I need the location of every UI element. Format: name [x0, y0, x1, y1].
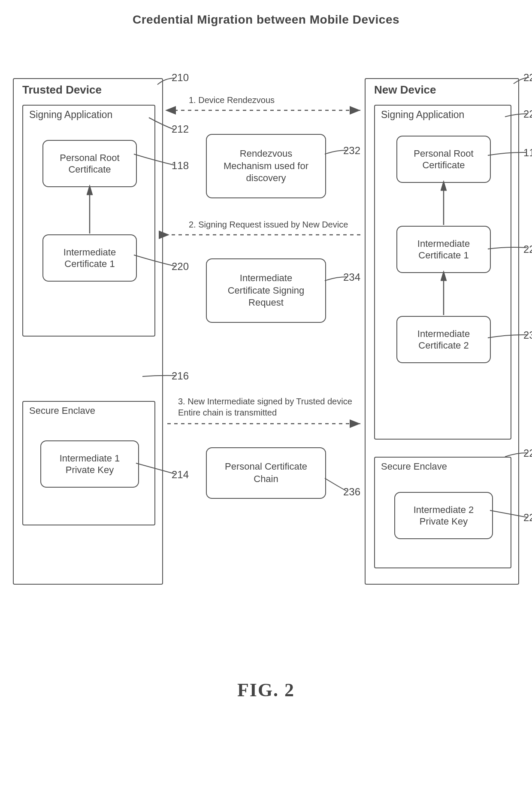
trusted-enclave-title: Secure Enclave: [29, 405, 95, 416]
lead-226: [489, 510, 528, 520]
new-intermediate-cert-1: IntermediateCertificate 1: [396, 226, 491, 273]
new-root-cert-label: Personal RootCertificate: [414, 148, 473, 171]
trusted-root-cert-label: Personal RootCertificate: [60, 152, 119, 176]
trusted-signing-app-title: Signing Application: [29, 109, 112, 121]
lead-222: [513, 76, 530, 85]
step1-label: 1. Device Rendezvous: [189, 95, 275, 105]
new-intermediate-cert-2: IntermediateCertificate 2: [396, 316, 491, 363]
trusted-personal-root-cert: Personal RootCertificate: [42, 140, 137, 187]
new-device-title: New Device: [374, 83, 436, 97]
trusted-signing-application: Signing Application Personal RootCertifi…: [22, 105, 155, 337]
arrow-step1: [163, 106, 365, 115]
chain-label: Personal CertificateChain: [225, 461, 307, 485]
rendezvous-label: RendezvousMechanism used fordiscovery: [224, 148, 308, 185]
personal-cert-chain: Personal CertificateChain: [206, 447, 326, 499]
lead-220a: [133, 254, 176, 271]
new-enclave-title: Secure Enclave: [381, 461, 447, 472]
arrow-step2: [163, 231, 365, 239]
figure-label: FIG. 2: [9, 679, 523, 701]
lead-236: [324, 477, 348, 492]
new-inter2-key-label: Intermediate 2Private Key: [414, 504, 474, 528]
new-intermediate-2-private-key: Intermediate 2Private Key: [394, 492, 493, 539]
new-inter2-label: IntermediateCertificate 2: [417, 328, 470, 352]
diagram-canvas: Trusted Device Signing Application Perso…: [9, 39, 523, 662]
new-signing-app-title: Signing Application: [381, 109, 464, 121]
lead-220b: [487, 246, 528, 252]
lead-232: [324, 149, 348, 155]
arrow-step3: [163, 419, 365, 428]
csr-label: IntermediateCertificate SigningRequest: [228, 272, 305, 309]
intermediate-csr: IntermediateCertificate SigningRequest: [206, 258, 326, 323]
trusted-inter1-label: IntermediateCertificate 1: [63, 246, 116, 270]
lead-224: [504, 112, 528, 119]
page-title: Credential Migration between Mobile Devi…: [9, 13, 523, 27]
lead-210: [157, 76, 176, 87]
lead-230: [487, 334, 528, 340]
rendezvous-mechanism: RendezvousMechanism used fordiscovery: [206, 134, 326, 198]
lead-234: [324, 276, 348, 282]
new-personal-root-cert: Personal RootCertificate: [396, 136, 491, 183]
trusted-inter1-key-label: Intermediate 1Private Key: [60, 452, 120, 476]
lead-212: [148, 117, 176, 134]
arrow-new-inter1-to-root: [439, 183, 448, 226]
trusted-device-title: Trusted Device: [22, 83, 102, 97]
trusted-intermediate-cert-1: IntermediateCertificate 1: [42, 234, 137, 282]
lead-214: [135, 462, 176, 477]
arrow-new-inter2-to-inter1: [439, 273, 448, 316]
lead-216: [142, 374, 176, 381]
lead-228: [504, 452, 528, 458]
trusted-intermediate-1-private-key: Intermediate 1Private Key: [40, 440, 139, 488]
lead-118b: [487, 151, 528, 158]
arrow-trusted-inter1-to-root: [85, 187, 94, 234]
lead-118a: [133, 153, 176, 170]
step2-label: 2. Signing Request issued by New Device: [189, 220, 348, 230]
new-inter1-label: IntermediateCertificate 1: [417, 238, 470, 261]
step3-label: 3. New Intermediate signed by Trusted de…: [178, 396, 358, 418]
